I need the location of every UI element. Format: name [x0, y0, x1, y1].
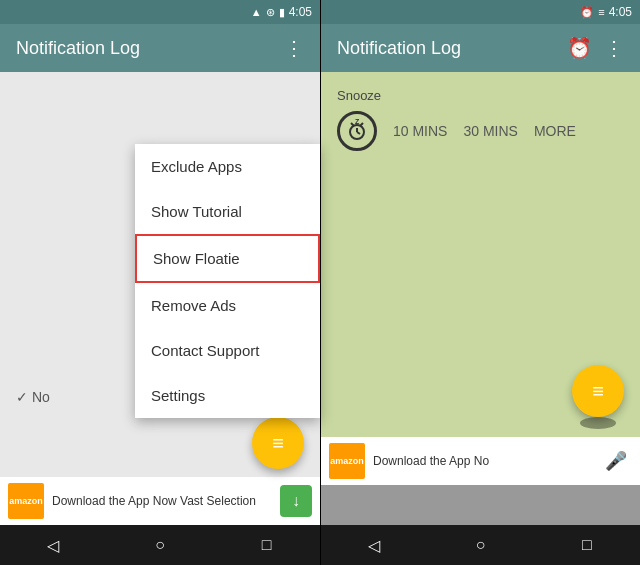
right-nav-bar: ◁ ○ □ — [321, 525, 640, 565]
left-ad-text: Download the App Now Vast Selection — [52, 494, 272, 508]
checkmark-icon: ✓ — [16, 389, 28, 405]
right-fab-icon: ≡ — [592, 381, 604, 401]
menu-contact-support[interactable]: Contact Support — [135, 328, 320, 373]
left-status-icons: ▲ ⊛ ▮ 4:05 — [251, 5, 312, 19]
svg-line-4 — [360, 123, 363, 126]
left-ad-bar: amazon Download the App Now Vast Selecti… — [0, 477, 320, 525]
snooze-options: Z 10 MINS 30 MINS MORE — [337, 111, 624, 151]
mic-icon: 🎤 — [605, 450, 627, 472]
right-ad-logo: amazon — [329, 443, 365, 479]
left-status-bar: ▲ ⊛ ▮ 4:05 — [0, 0, 320, 24]
left-menu-icon[interactable]: ⋮ — [284, 36, 304, 60]
right-status-icons: ⏰ ≡ 4:05 — [580, 5, 632, 19]
right-home-btn[interactable]: ○ — [460, 525, 500, 565]
battery-icon: ▮ — [279, 6, 285, 19]
right-fab[interactable]: ≡ — [572, 365, 624, 417]
right-menu-status-icon: ≡ — [598, 6, 604, 18]
left-content: Exclude Apps Show Tutorial Show Floatie … — [0, 72, 320, 525]
check-text: ✓ No — [16, 389, 50, 405]
left-app-bar: Notification Log ⋮ — [0, 24, 320, 72]
dropdown-menu: Exclude Apps Show Tutorial Show Floatie … — [135, 144, 320, 418]
left-ad-logo-text: amazon — [9, 496, 43, 506]
snooze-alarm-icon[interactable]: Z — [337, 111, 377, 151]
status-time: 4:05 — [289, 5, 312, 19]
left-nav-bar: ◁ ○ □ — [0, 525, 320, 565]
left-ad-logo: amazon — [8, 483, 44, 519]
snooze-10mins[interactable]: 10 MINS — [393, 123, 447, 139]
left-fab[interactable]: ≡ — [252, 417, 304, 469]
left-fab-icon: ≡ — [272, 433, 284, 453]
right-app-bar: Notification Log ⏰ ⋮ — [321, 24, 640, 72]
left-back-btn[interactable]: ◁ — [33, 525, 73, 565]
right-alarm-app-icon[interactable]: ⏰ — [567, 36, 592, 60]
snooze-30mins[interactable]: 30 MINS — [463, 123, 517, 139]
right-ad-bar: amazon Download the App No 🎤 — [321, 437, 640, 485]
right-ad-mic[interactable]: 🎤 — [600, 445, 632, 477]
menu-show-floatie[interactable]: Show Floatie — [135, 234, 320, 283]
right-menu-icon[interactable]: ⋮ — [604, 36, 624, 60]
right-back-btn[interactable]: ◁ — [354, 525, 394, 565]
right-alarm-icon: ⏰ — [580, 6, 594, 19]
signal-icon: ▲ — [251, 6, 262, 18]
download-icon: ↓ — [292, 492, 300, 510]
menu-show-tutorial[interactable]: Show Tutorial — [135, 189, 320, 234]
right-status-bar: ⏰ ≡ 4:05 — [321, 0, 640, 24]
right-fab-shadow — [580, 417, 616, 429]
svg-line-3 — [351, 123, 354, 126]
check-label: No — [32, 389, 50, 405]
wifi-icon: ⊛ — [266, 6, 275, 19]
left-recent-btn[interactable]: □ — [247, 525, 287, 565]
right-content: Snooze Z 10 MINS 30 MINS MORE — [321, 72, 640, 525]
menu-remove-ads[interactable]: Remove Ads — [135, 283, 320, 328]
right-ad-text: Download the App No — [373, 454, 592, 468]
svg-line-2 — [357, 132, 360, 134]
snooze-label: Snooze — [337, 88, 624, 103]
left-phone: ▲ ⊛ ▮ 4:05 Notification Log ⋮ Exclude Ap… — [0, 0, 320, 565]
menu-exclude-apps[interactable]: Exclude Apps — [135, 144, 320, 189]
left-ad-download[interactable]: ↓ — [280, 485, 312, 517]
left-home-btn[interactable]: ○ — [140, 525, 180, 565]
svg-text:Z: Z — [355, 119, 360, 125]
alarm-svg: Z — [345, 119, 369, 143]
snooze-more[interactable]: MORE — [534, 123, 576, 139]
menu-settings[interactable]: Settings — [135, 373, 320, 418]
right-status-time: 4:05 — [609, 5, 632, 19]
right-phone: ⏰ ≡ 4:05 Notification Log ⏰ ⋮ Snooze — [320, 0, 640, 565]
right-recent-btn[interactable]: □ — [567, 525, 607, 565]
left-app-title: Notification Log — [16, 38, 284, 59]
right-ad-logo-text: amazon — [330, 456, 364, 466]
right-app-title: Notification Log — [337, 38, 567, 59]
